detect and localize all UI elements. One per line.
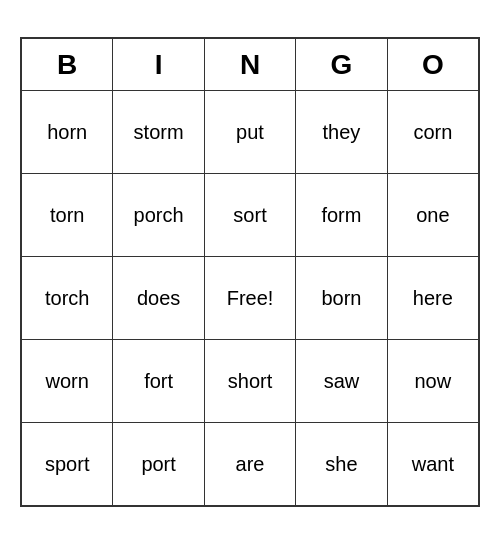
bingo-cell-r1-c1: horn [22, 91, 113, 173]
bingo-cell-r1-c5: corn [388, 91, 478, 173]
bingo-cell-r3-c5: here [388, 257, 478, 339]
bingo-cell-r2-c1: torn [22, 174, 113, 256]
bingo-cell-r4-c3: short [205, 340, 296, 422]
header-cell-g: G [296, 39, 387, 91]
bingo-cell-r1-c4: they [296, 91, 387, 173]
bingo-cell-r5-c2: port [113, 423, 204, 505]
bingo-cell-r5-c1: sport [22, 423, 113, 505]
bingo-cell-r5-c5: want [388, 423, 478, 505]
header-cell-o: O [388, 39, 478, 91]
bingo-row-1: hornstormputtheycorn [22, 91, 478, 174]
header-row: BINGO [22, 39, 478, 91]
bingo-row-2: tornporchsortformone [22, 174, 478, 257]
bingo-cell-r4-c4: saw [296, 340, 387, 422]
bingo-cell-r2-c4: form [296, 174, 387, 256]
bingo-cell-r3-c3: Free! [205, 257, 296, 339]
bingo-row-4: wornfortshortsawnow [22, 340, 478, 423]
header-cell-i: I [113, 39, 204, 91]
bingo-cell-r2-c5: one [388, 174, 478, 256]
bingo-cell-r3-c1: torch [22, 257, 113, 339]
bingo-cell-r3-c2: does [113, 257, 204, 339]
bingo-row-3: torchdoesFree!bornhere [22, 257, 478, 340]
bingo-cell-r4-c1: worn [22, 340, 113, 422]
bingo-row-5: sportportareshewant [22, 423, 478, 505]
header-cell-b: B [22, 39, 113, 91]
bingo-cell-r2-c2: porch [113, 174, 204, 256]
bingo-cell-r5-c4: she [296, 423, 387, 505]
bingo-cell-r1-c3: put [205, 91, 296, 173]
bingo-cell-r4-c5: now [388, 340, 478, 422]
bingo-board: BINGO hornstormputtheycorntornporchsortf… [20, 37, 480, 507]
bingo-cell-r3-c4: born [296, 257, 387, 339]
bingo-cell-r4-c2: fort [113, 340, 204, 422]
header-cell-n: N [205, 39, 296, 91]
bingo-cell-r1-c2: storm [113, 91, 204, 173]
bingo-cell-r5-c3: are [205, 423, 296, 505]
bingo-cell-r2-c3: sort [205, 174, 296, 256]
